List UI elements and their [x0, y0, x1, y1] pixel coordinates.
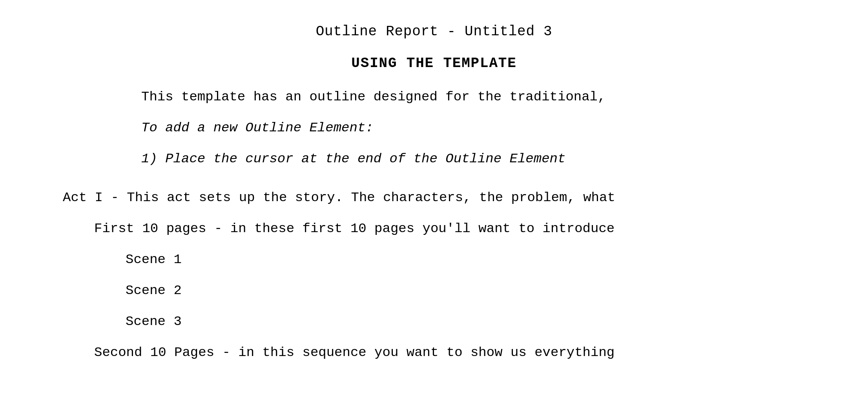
scene2-line: Scene 2 [31, 281, 837, 301]
scene3-line: Scene 3 [31, 312, 837, 332]
place-cursor-text: 1) Place the cursor at the end of the Ou… [141, 151, 565, 166]
template-description: This template has an outline designed fo… [31, 87, 837, 107]
second10-line: Second 10 Pages - in this sequence you w… [31, 343, 837, 363]
scene2-text: Scene 2 [126, 283, 182, 298]
second10-text: Second 10 Pages - in this sequence you w… [94, 345, 615, 360]
add-element-text: To add a new Outline Element: [141, 120, 374, 135]
section-heading: USING THE TEMPLATE [31, 55, 837, 71]
scene1-line: Scene 1 [31, 250, 837, 270]
first10-line: First 10 pages - in these first 10 pages… [31, 219, 837, 239]
scene1-text: Scene 1 [126, 252, 182, 267]
template-description-text: This template has an outline designed fo… [141, 89, 605, 104]
act1-text: Act I - This act sets up the story. The … [63, 190, 615, 205]
page-title: Outline Report - Untitled 3 [31, 24, 837, 40]
scene3-text: Scene 3 [126, 314, 182, 329]
page: Outline Report - Untitled 3 USING THE TE… [0, 0, 868, 407]
add-element-label: To add a new Outline Element: [31, 118, 837, 138]
act1-line: Act I - This act sets up the story. The … [31, 188, 837, 208]
first10-text: First 10 pages - in these first 10 pages… [94, 221, 615, 236]
place-cursor-instruction: 1) Place the cursor at the end of the Ou… [31, 149, 837, 169]
